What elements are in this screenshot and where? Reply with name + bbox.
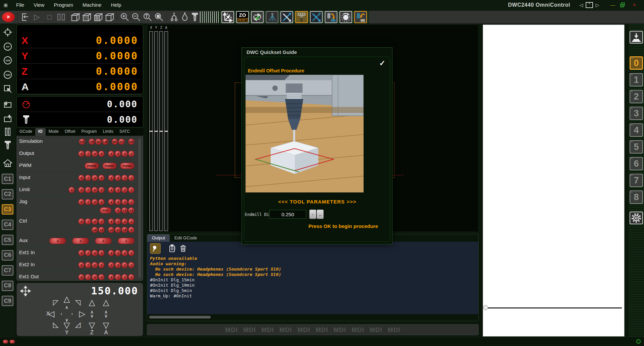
- tool-setter-button[interactable]: [630, 31, 643, 44]
- screen-button-1[interactable]: 1: [630, 73, 643, 86]
- meters-icon[interactable]: [2, 126, 13, 137]
- screen-button-8[interactable]: 8: [630, 190, 643, 204]
- tool-change-icon[interactable]: [2, 99, 13, 110]
- jog-x-plus-button[interactable]: ▷: [79, 309, 85, 319]
- axis-meter-z[interactable]: [159, 31, 163, 231]
- tab-output[interactable]: Output: [147, 234, 170, 242]
- view-top-button[interactable]: [70, 12, 80, 22]
- axis-meter-a[interactable]: [164, 31, 168, 231]
- abort-button[interactable]: ×: [2, 12, 15, 22]
- zoom-out-button[interactable]: [131, 12, 141, 22]
- z0-reset-button[interactable]: ZO RESET: [236, 11, 249, 23]
- zoom-fit-button[interactable]: [154, 12, 164, 22]
- sidebar-button-c9[interactable]: C9: [2, 296, 13, 306]
- pause-button[interactable]: [57, 12, 65, 22]
- zoom-in-button[interactable]: [120, 12, 130, 22]
- jog-a-plus-button[interactable]: △: [103, 298, 109, 307]
- pin-button[interactable]: [150, 243, 161, 254]
- sidebar-button-c3[interactable]: C3: [2, 204, 13, 215]
- sidebar-button-c4[interactable]: C4: [2, 220, 13, 230]
- sidebar-button-c5[interactable]: C5: [2, 235, 13, 245]
- jog-z-minus-step-button[interactable]: ∨: [90, 313, 94, 319]
- screen-button-5[interactable]: 5: [630, 140, 643, 154]
- view-iso-button[interactable]: [105, 12, 115, 22]
- view-front-button[interactable]: [82, 12, 92, 22]
- sidebar-button-c1[interactable]: C1: [2, 174, 13, 184]
- sidebar-button-c2[interactable]: C2: [2, 189, 13, 199]
- tab-io[interactable]: IO: [35, 128, 46, 136]
- spindle-rotate-button[interactable]: [325, 11, 337, 23]
- menu-file[interactable]: File: [11, 0, 29, 10]
- g28-home-icon[interactable]: G28: [2, 55, 13, 66]
- menu-view[interactable]: View: [29, 0, 49, 10]
- tool-offset-icon[interactable]: [2, 114, 13, 124]
- coolant-flood-button[interactable]: [180, 12, 189, 22]
- jog-x-plus-step-button[interactable]: ›: [71, 311, 73, 316]
- browse-button[interactable]: ..: [317, 210, 324, 219]
- screen-button-2[interactable]: 2: [630, 90, 643, 103]
- console-hscrollbar[interactable]: [149, 316, 211, 319]
- tab-offset[interactable]: Offset: [62, 128, 78, 136]
- jog-y-plus-button[interactable]: △: [64, 294, 70, 304]
- jog-z-minus-button[interactable]: ▽: [89, 321, 95, 330]
- exit-button[interactable]: [20, 12, 30, 22]
- tab-limits[interactable]: Limits: [100, 128, 116, 136]
- settings-gear-button[interactable]: [630, 212, 643, 224]
- tab-satc[interactable]: SATC: [116, 128, 133, 136]
- sidebar-button-c6[interactable]: C6: [2, 250, 13, 261]
- spindle-orient-button[interactable]: [339, 11, 352, 23]
- move-icon[interactable]: [20, 286, 31, 296]
- io-scrollbar[interactable]: [138, 138, 142, 279]
- view-mesh-button[interactable]: [93, 12, 103, 22]
- screen-button-3[interactable]: 3: [630, 107, 643, 120]
- screen-button-7[interactable]: 7: [630, 174, 643, 187]
- screen-button-0[interactable]: 0: [630, 56, 643, 70]
- jog-y-plus-step-button[interactable]: ∧: [65, 305, 68, 310]
- jog-a-minus-button[interactable]: ▽: [103, 321, 109, 330]
- jog-y-minus-step-button[interactable]: ∨: [65, 318, 68, 323]
- tool-bolt-button[interactable]: [191, 12, 199, 22]
- menu-help[interactable]: Help: [106, 0, 126, 10]
- goto-zero-icon[interactable]: [2, 27, 13, 38]
- decrement-button[interactable]: -: [309, 210, 316, 219]
- clear-log-button[interactable]: [179, 244, 187, 253]
- sidebar-button-c8[interactable]: C8: [2, 281, 13, 291]
- menu-machine[interactable]: Machine: [78, 0, 106, 10]
- jog-diag-se-button[interactable]: ◿: [75, 321, 80, 329]
- home-icon[interactable]: [2, 158, 13, 168]
- nav-back-button[interactable]: ◁: [578, 2, 585, 8]
- screen-button-6[interactable]: 6: [630, 157, 643, 170]
- zoom-tool-button[interactable]: [143, 12, 153, 22]
- swap-axes-2-button[interactable]: [310, 11, 323, 23]
- minimize-button[interactable]: —: [609, 2, 616, 8]
- endmill-diameter-input[interactable]: [269, 210, 306, 219]
- sidebar-button-c7[interactable]: C7: [2, 265, 13, 276]
- play-button[interactable]: ▷: [31, 12, 43, 22]
- stop-button[interactable]: □: [44, 12, 55, 22]
- jog-a-minus-step-button[interactable]: ∨: [104, 313, 108, 319]
- menu-program[interactable]: Program: [49, 0, 78, 10]
- probe-bolt-icon[interactable]: [2, 140, 13, 151]
- jog-diag-nw-button[interactable]: ◸: [53, 298, 58, 306]
- mdi-bar[interactable]: MDIMDIMDIMDIMDIMDIMDIMDIMDIMDI: [147, 324, 479, 335]
- tool-table-icon[interactable]: [2, 83, 13, 94]
- program-list-panel[interactable]: [483, 24, 625, 337]
- nav-list-button[interactable]: ≡: [586, 2, 593, 8]
- copy-log-button[interactable]: [168, 244, 177, 253]
- list-scroll-knob[interactable]: [483, 305, 488, 310]
- goto-xy-zero-icon[interactable]: XY: [2, 41, 13, 52]
- nav-forward-button[interactable]: ▷: [594, 2, 601, 8]
- jog-z-plus-button[interactable]: △: [89, 298, 95, 307]
- swap-axes-button[interactable]: [280, 11, 293, 23]
- tab-mode[interactable]: Mode: [46, 128, 62, 136]
- maximize-button[interactable]: [620, 2, 627, 8]
- jog-diag-sw-button[interactable]: ◺: [53, 321, 58, 329]
- tab-edit-gcode[interactable]: Edit GCode: [170, 234, 202, 242]
- spindle-return-button[interactable]: [354, 11, 367, 23]
- laser-button[interactable]: [266, 11, 278, 23]
- jog-diag-ne-button[interactable]: ◹: [75, 298, 80, 306]
- jog-x-minus-step-button[interactable]: ‹: [61, 311, 62, 316]
- axis-meter-y[interactable]: [154, 31, 158, 231]
- tab-program[interactable]: Program: [78, 128, 100, 136]
- axis-meter-x[interactable]: [149, 31, 153, 231]
